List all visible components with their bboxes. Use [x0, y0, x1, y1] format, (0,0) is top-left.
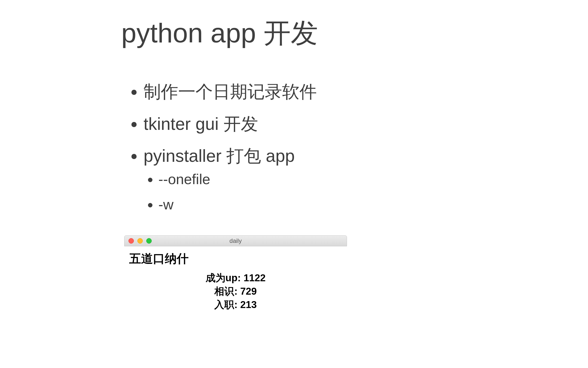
sub-bullet-item: -w: [158, 194, 317, 215]
stat-value: 1122: [244, 272, 266, 283]
sub-bullet-text: -w: [158, 196, 173, 212]
slide: python app 开发 制作一个日期记录软件 tkinter gui 开发 …: [0, 0, 588, 368]
app-heading: 五道口纳什: [129, 251, 342, 267]
sub-bullet-item: --onefile: [158, 169, 317, 190]
stat-row: 成为up: 1122: [129, 271, 342, 284]
bullet-text: pyinstaller 打包 app: [144, 146, 295, 166]
stat-sep: :: [234, 286, 240, 297]
slide-title: python app 开发: [121, 15, 318, 52]
stat-row: 相识: 729: [129, 284, 342, 298]
window-titlebar: daily: [124, 235, 347, 246]
bullet-item: tkinter gui 开发: [144, 112, 317, 137]
close-icon[interactable]: [128, 238, 134, 244]
stat-row: 入职: 213: [129, 298, 342, 311]
stat-value: 213: [240, 299, 257, 310]
bullet-item: 制作一个日期记录软件: [144, 79, 317, 105]
bullet-text: 制作一个日期记录软件: [144, 82, 317, 101]
bullet-list: 制作一个日期记录软件 tkinter gui 开发 pyinstaller 打包…: [129, 79, 317, 222]
maximize-icon[interactable]: [146, 238, 152, 244]
window-body: 五道口纳什 成为up: 1122 相识: 729 入职: 213: [124, 246, 347, 317]
sub-bullet-list: --onefile -w: [144, 169, 317, 215]
stats-block: 成为up: 1122 相识: 729 入职: 213: [129, 271, 342, 311]
traffic-lights: [128, 238, 152, 244]
window-title: daily: [124, 237, 347, 244]
sub-bullet-text: --onefile: [158, 171, 210, 187]
stat-sep: :: [234, 299, 240, 310]
bullet-text: tkinter gui 开发: [144, 114, 258, 134]
stat-value: 729: [240, 286, 257, 297]
stat-label: 入职: [214, 299, 234, 310]
bullet-item: pyinstaller 打包 app --onefile -w: [144, 143, 317, 215]
stat-label: 成为up: [206, 272, 238, 283]
stat-sep: :: [238, 272, 244, 283]
minimize-icon[interactable]: [137, 238, 143, 244]
stat-label: 相识: [214, 286, 234, 297]
app-window: daily 五道口纳什 成为up: 1122 相识: 729 入职: 213: [124, 235, 347, 317]
